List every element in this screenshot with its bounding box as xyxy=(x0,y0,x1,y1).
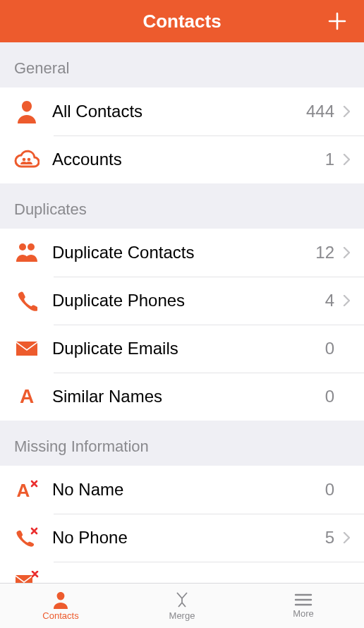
envelope-icon xyxy=(13,334,41,363)
phone-icon xyxy=(13,286,41,315)
svg-text:A: A xyxy=(17,480,30,500)
row-duplicate-phones[interactable]: Duplicate Phones 4 xyxy=(0,277,364,325)
section-missing-list: A No Name 0 No Phone 5 xyxy=(0,466,364,583)
section-header-duplicates: Duplicates xyxy=(0,183,364,229)
row-count: 4 xyxy=(320,291,334,310)
row-count: 0 xyxy=(320,480,334,500)
svg-point-1 xyxy=(28,158,31,162)
tab-merge[interactable]: Merge xyxy=(121,584,243,628)
page-title: Contacts xyxy=(142,11,221,32)
row-count: 5 xyxy=(320,528,334,548)
tab-more[interactable]: More xyxy=(243,584,364,628)
phone-x-icon xyxy=(13,524,41,552)
row-all-contacts[interactable]: All Contacts 444 xyxy=(0,87,364,135)
row-count: 0 xyxy=(320,339,334,358)
section-general-list: All Contacts 444 Accounts 1 xyxy=(0,87,364,183)
two-people-icon xyxy=(13,238,41,267)
section-header-general: General xyxy=(0,42,364,87)
content-scroll[interactable]: General All Contacts 444 Accounts 1 xyxy=(0,42,364,583)
envelope-x-icon xyxy=(13,566,41,583)
chevron-placeholder xyxy=(341,482,351,497)
tab-label: Merge xyxy=(169,610,195,621)
row-partial-cutoff[interactable] xyxy=(0,562,364,583)
row-duplicate-contacts[interactable]: Duplicate Contacts 12 xyxy=(0,229,364,277)
row-label: No Name xyxy=(52,480,320,500)
chevron-right-icon xyxy=(341,293,351,308)
row-label: Duplicate Emails xyxy=(52,339,320,358)
row-no-name[interactable]: A No Name 0 xyxy=(0,466,364,514)
chevron-right-icon xyxy=(341,245,351,260)
chevron-right-icon xyxy=(341,152,351,167)
section-header-missing: Missing Information xyxy=(0,421,364,466)
chevron-placeholder xyxy=(341,341,351,356)
row-label: Similar Names xyxy=(52,387,320,406)
chevron-right-icon xyxy=(341,104,351,119)
cloud-people-icon xyxy=(13,145,41,174)
row-no-phone[interactable]: No Phone 5 xyxy=(0,514,364,562)
row-label: Accounts xyxy=(52,150,320,169)
app-header: Contacts xyxy=(0,0,364,42)
hamburger-icon xyxy=(294,593,313,607)
chevron-placeholder xyxy=(341,389,351,404)
letter-a-icon: A xyxy=(13,382,41,411)
row-label: All Contacts xyxy=(52,102,306,121)
tab-contacts[interactable]: Contacts xyxy=(0,584,121,628)
row-label: No Phone xyxy=(52,528,320,548)
svg-text:A: A xyxy=(20,387,34,406)
plus-icon xyxy=(328,12,346,30)
row-label: Duplicate Contacts xyxy=(52,243,315,262)
person-icon xyxy=(51,591,70,609)
row-count: 444 xyxy=(306,102,334,121)
chevron-right-icon xyxy=(341,530,351,545)
row-accounts[interactable]: Accounts 1 xyxy=(0,135,364,183)
section-duplicates-list: Duplicate Contacts 12 Duplicate Phones 4… xyxy=(0,229,364,421)
tab-label: More xyxy=(293,608,314,619)
row-count: 0 xyxy=(320,387,334,406)
tab-label: Contacts xyxy=(42,610,78,621)
row-count: 1 xyxy=(320,150,334,169)
svg-point-2 xyxy=(19,243,26,250)
row-label: Duplicate Phones xyxy=(52,291,320,310)
svg-point-3 xyxy=(28,243,35,250)
svg-point-0 xyxy=(23,158,26,162)
row-similar-names[interactable]: A Similar Names 0 xyxy=(0,373,364,421)
person-icon xyxy=(13,97,41,126)
add-contact-button[interactable] xyxy=(323,0,351,42)
tab-bar: Contacts Merge More xyxy=(0,583,364,628)
letter-a-x-icon: A xyxy=(13,476,41,504)
row-duplicate-emails[interactable]: Duplicate Emails 0 xyxy=(0,325,364,373)
row-count: 12 xyxy=(315,243,334,262)
merge-icon xyxy=(173,591,191,609)
